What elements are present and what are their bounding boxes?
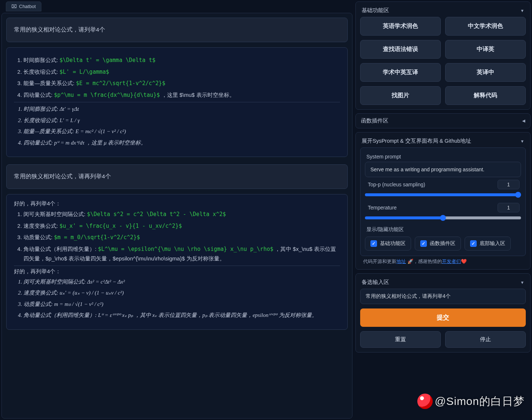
- toggle-basic[interactable]: ✓基础功能区: [365, 237, 411, 251]
- formula-rendered-row: 速度变换公式: uₓ′ = (uₓ − v) / (1 − uₓv / c²): [23, 288, 340, 298]
- fn-btn-explain-code[interactable]: 解释代码: [445, 86, 526, 105]
- temperature-label: Temperature: [368, 205, 397, 211]
- fn-btn-acad-trans[interactable]: 学术中英互译: [360, 63, 441, 82]
- tabs: ⌧ Chatbot: [1, 1, 352, 11]
- toggle-plugins[interactable]: ✓函数插件区: [415, 237, 461, 251]
- panel-title: 展开SysPrompt & 交互界面布局 & Github地址: [362, 138, 471, 145]
- chat-icon: ⌧: [11, 4, 17, 9]
- temperature-slider[interactable]: [365, 216, 521, 219]
- footer-note: 代码开源和更新地址 🚀，感谢热情的开发者们❤️: [360, 256, 526, 265]
- formula-rendered-row: 闵可夫斯基时空间隔公式: Δs² = c²Δt² − Δx²: [23, 277, 340, 287]
- chevron-down-icon: ▼: [520, 139, 524, 143]
- function-plugins-header[interactable]: 函数插件区 ◀: [361, 117, 525, 124]
- rocket-icon: 🚀: [407, 259, 413, 264]
- toggle-input[interactable]: ✓底部输入区: [465, 237, 511, 251]
- formula-rendered-row: 长度收缩公式: L′ = L / γ: [23, 116, 340, 125]
- repo-link[interactable]: 地址: [396, 259, 406, 264]
- toggle-section-label: 显示/隐藏功能区: [366, 226, 520, 233]
- bot-lead: 好的，再列举4个：: [14, 200, 340, 207]
- check-icon: ✓: [420, 240, 427, 247]
- advanced-panel: 展开SysPrompt & 交互界面布局 & Github地址 ▼ System…: [355, 132, 531, 270]
- topp-label: Top-p (nucleus sampling): [368, 182, 425, 187]
- chat-area: 常用的狭义相对论公式，请列举4个 时间膨胀公式: $\Delta t' = \g…: [1, 13, 352, 419]
- system-prompt-input[interactable]: [365, 162, 521, 177]
- fn-btn-cn-polish[interactable]: 中文学术润色: [445, 17, 526, 36]
- formula-src-row: 长度收缩公式: $L' = L/\gamma$: [23, 67, 340, 77]
- stop-button[interactable]: 停止: [445, 331, 526, 348]
- temperature-value[interactable]: [498, 203, 520, 212]
- formula-rendered-row: 四动量公式: pᵘ = m dxᵘ/dτ ，这里 μ 表示时空坐标。: [23, 138, 340, 148]
- tab-chatbot[interactable]: ⌧ Chatbot: [6, 1, 41, 11]
- formula-rendered-row: 角动量公式（利用四维矢量）: Lᵘ = εᵘᵛᵖᵒ xᵥ pₚ ，其中 xᵥ 表…: [23, 311, 340, 320]
- formula-rendered-row: 能量—质量关系公式: E = mc² / √(1 − v² / c²): [23, 127, 340, 136]
- formula-rendered-row: 时间膨胀公式: Δt′ = γΔt: [23, 105, 340, 114]
- user-message-text: 常用的狭义相对论公式，请再列举4个: [14, 173, 111, 179]
- panel-title: 函数插件区: [361, 117, 388, 124]
- alt-input[interactable]: [360, 289, 526, 304]
- user-message: 常用的狭义相对论公式，请再列举4个: [6, 164, 348, 189]
- fn-btn-find-image[interactable]: 找图片: [360, 86, 441, 105]
- fn-btn-cn2en[interactable]: 中译英: [445, 40, 526, 59]
- formula-src-row: 动质量公式: $m = m_0/\sqrt{1-v^2/c^2}$: [23, 233, 340, 242]
- fn-btn-en2cn[interactable]: 英译中: [445, 63, 526, 82]
- panel-title: 备选输入区: [362, 279, 389, 286]
- function-plugins-panel: 函数插件区 ◀: [355, 113, 531, 128]
- formula-src-row: 闵可夫斯基时空间隔公式: $\Delta s^2 = c^2 \Delta t^…: [23, 209, 340, 219]
- formula-src-row: 速度变换公式: $u_x' = \frac{u_x - v}{1 - u_xv/…: [23, 221, 340, 231]
- advanced-header[interactable]: 展开SysPrompt & 交互界面布局 & Github地址 ▼: [360, 136, 526, 147]
- bot-lead: 好的，再列举4个：: [14, 268, 340, 275]
- formula-src-row: 能量—质量关系公式: $E = mc^2/\sqrt{1-v^2/c^2}$: [23, 78, 340, 88]
- heart-icon: ❤️: [461, 259, 467, 264]
- chevron-down-icon: ▼: [520, 280, 524, 285]
- input-panel: 备选输入区 ▼ 提交 重置 停止: [355, 273, 531, 353]
- divider: [14, 266, 340, 266]
- devs-link[interactable]: 开发者们: [442, 259, 461, 264]
- check-icon: ✓: [470, 240, 477, 247]
- formula-src-row: 角动量公式（利用四维矢量）: $L^\mu = \epsilon^{\mu \n…: [23, 244, 340, 263]
- bot-message: 好的，再列举4个： 闵可夫斯基时空间隔公式: $\Delta s^2 = c^2…: [6, 194, 348, 330]
- panel-title: 基础功能区: [362, 7, 389, 14]
- reset-button[interactable]: 重置: [360, 331, 441, 348]
- basic-functions-panel: 基础功能区 ▼ 英语学术润色 中文学术润色 查找语法错误 中译英 学术中英互译 …: [355, 1, 531, 110]
- divider: [14, 102, 340, 102]
- submit-button[interactable]: 提交: [360, 308, 526, 327]
- bot-message: 时间膨胀公式: $\Delta t' = \gamma \Delta t$ 长度…: [6, 47, 348, 157]
- system-prompt-label: System prompt: [366, 154, 520, 160]
- topp-slider[interactable]: [365, 193, 521, 196]
- check-icon: ✓: [370, 240, 377, 247]
- user-message: 常用的狭义相对论公式，请列举4个: [6, 18, 348, 42]
- fn-btn-en-polish[interactable]: 英语学术润色: [360, 17, 441, 36]
- chevron-left-icon: ◀: [522, 118, 525, 123]
- formula-rendered-row: 动质量公式: m = m₀ / √(1 − v² / c²): [23, 300, 340, 309]
- basic-functions-header[interactable]: 基础功能区 ▼: [360, 6, 526, 17]
- fn-btn-grammar[interactable]: 查找语法错误: [360, 40, 441, 59]
- chevron-down-icon: ▼: [520, 8, 524, 13]
- formula-src-row: 时间膨胀公式: $\Delta t' = \gamma \Delta t$: [23, 55, 340, 65]
- user-message-text: 常用的狭义相对论公式，请列举4个: [14, 26, 105, 33]
- formula-src-row: 四动量公式: $p^\mu = m \frac{dx^\mu}{d\tau}$ …: [23, 90, 340, 100]
- tab-chatbot-label: Chatbot: [19, 4, 36, 9]
- topp-value[interactable]: [498, 180, 520, 189]
- input-header[interactable]: 备选输入区 ▼: [360, 277, 526, 289]
